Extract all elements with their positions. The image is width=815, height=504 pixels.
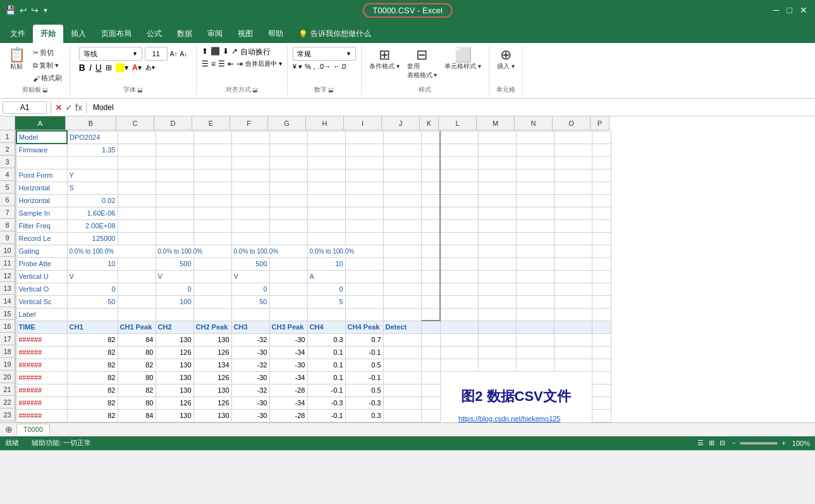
cell-a15[interactable]: Label bbox=[16, 308, 67, 321]
cell-j1[interactable] bbox=[383, 131, 421, 144]
cell-f16[interactable]: CH3 bbox=[231, 321, 269, 333]
cell-e23[interactable]: 130 bbox=[193, 409, 231, 422]
save-icon[interactable]: 💾 bbox=[5, 5, 16, 15]
cell-e11[interactable] bbox=[193, 257, 231, 270]
redo-icon[interactable]: ↪ bbox=[31, 5, 39, 15]
col-header-a[interactable]: A bbox=[15, 116, 66, 130]
cell-b19[interactable]: 82 bbox=[67, 359, 118, 371]
cell-m11[interactable] bbox=[478, 257, 516, 270]
cell-f6[interactable] bbox=[231, 194, 269, 207]
cell-n12[interactable] bbox=[516, 270, 554, 283]
cell-i4[interactable] bbox=[345, 169, 383, 181]
cell-k17[interactable] bbox=[421, 333, 440, 346]
cell-b8[interactable]: 2.00E+08 bbox=[67, 219, 118, 232]
tab-file[interactable]: 文件 bbox=[3, 25, 33, 43]
cell-d15[interactable] bbox=[156, 308, 193, 321]
confirm-formula-icon[interactable]: ✓ bbox=[65, 102, 73, 113]
cell-a21[interactable]: ###### bbox=[16, 384, 67, 396]
cell-m3[interactable] bbox=[478, 156, 516, 169]
cell-o13[interactable] bbox=[554, 283, 592, 295]
cell-p13[interactable] bbox=[592, 283, 611, 295]
cell-h9[interactable] bbox=[307, 232, 345, 245]
cell-l14[interactable] bbox=[440, 295, 478, 308]
sheet-tab-t0000[interactable]: T0000 bbox=[16, 424, 50, 435]
cell-h7[interactable] bbox=[307, 207, 345, 219]
cell-o11[interactable] bbox=[554, 257, 592, 270]
cell-d11[interactable]: 500 bbox=[156, 257, 193, 270]
cell-m18[interactable] bbox=[478, 346, 516, 359]
cell-l15[interactable] bbox=[440, 308, 478, 321]
cell-l6[interactable] bbox=[440, 194, 478, 207]
cell-l4[interactable] bbox=[440, 169, 478, 181]
cell-i17[interactable]: 0.7 bbox=[345, 333, 383, 346]
cell-k11[interactable] bbox=[421, 257, 440, 270]
cell-j3[interactable] bbox=[383, 156, 421, 169]
cell-h10[interactable]: 0.0% to 100.0% bbox=[307, 245, 383, 257]
dropdown-icon[interactable]: ▼ bbox=[42, 7, 49, 14]
cell-e16[interactable]: CH2 Peak bbox=[193, 321, 231, 333]
cell-o16[interactable] bbox=[554, 321, 592, 333]
cell-m12[interactable] bbox=[478, 270, 516, 283]
cell-f1[interactable] bbox=[231, 131, 269, 144]
cell-j2[interactable] bbox=[383, 144, 421, 156]
cell-l2[interactable] bbox=[440, 144, 478, 156]
cell-i8[interactable] bbox=[345, 219, 383, 232]
col-header-b[interactable]: B bbox=[66, 116, 116, 130]
cell-a22[interactable]: ###### bbox=[16, 396, 67, 409]
cell-c14[interactable] bbox=[118, 295, 156, 308]
cell-i7[interactable] bbox=[345, 207, 383, 219]
cell-n10[interactable] bbox=[516, 245, 554, 257]
cell-m8[interactable] bbox=[478, 219, 516, 232]
cell-h8[interactable] bbox=[307, 219, 345, 232]
cell-k21[interactable] bbox=[421, 384, 440, 396]
zoom-increase-btn[interactable]: ＋ bbox=[780, 438, 787, 448]
cell-c21[interactable]: 82 bbox=[118, 384, 156, 396]
cell-f23[interactable]: -30 bbox=[231, 409, 269, 422]
cell-d2[interactable] bbox=[156, 144, 193, 156]
cell-p7[interactable] bbox=[592, 207, 611, 219]
cell-j17[interactable] bbox=[383, 333, 421, 346]
cell-o6[interactable] bbox=[554, 194, 592, 207]
italic-button[interactable]: I bbox=[89, 63, 92, 73]
cell-n13[interactable] bbox=[516, 283, 554, 295]
cell-g9[interactable] bbox=[269, 232, 307, 245]
cell-a14[interactable]: Vertical Sc bbox=[16, 295, 67, 308]
cell-e13[interactable] bbox=[193, 283, 231, 295]
merge-button[interactable]: 合并后居中 ▾ bbox=[245, 59, 282, 68]
paste-button[interactable]: 📋 粘贴 bbox=[5, 47, 28, 72]
cell-b3[interactable] bbox=[67, 156, 118, 169]
cell-k20[interactable] bbox=[421, 371, 440, 384]
row-header-22[interactable]: 22 bbox=[0, 396, 15, 409]
cell-k22[interactable] bbox=[421, 396, 440, 409]
fill-color-button[interactable]: ▾ bbox=[116, 63, 128, 73]
currency-icon[interactable]: ¥ ▾ bbox=[293, 63, 302, 71]
row-header-23[interactable]: 23 bbox=[0, 409, 15, 421]
cell-a1[interactable]: Model bbox=[16, 131, 67, 144]
cell-k15[interactable] bbox=[421, 308, 440, 321]
col-header-d[interactable]: D bbox=[154, 116, 192, 130]
cell-k9[interactable] bbox=[421, 232, 440, 245]
row-header-20[interactable]: 20 bbox=[0, 371, 15, 383]
cell-i14[interactable] bbox=[345, 295, 383, 308]
tab-review[interactable]: 审阅 bbox=[200, 25, 230, 43]
cell-d6[interactable] bbox=[156, 194, 193, 207]
col-header-e[interactable]: E bbox=[192, 116, 230, 130]
cell-p6[interactable] bbox=[592, 194, 611, 207]
cell-m15[interactable] bbox=[478, 308, 516, 321]
cell-b4[interactable]: Y bbox=[67, 169, 118, 181]
cell-l5[interactable] bbox=[440, 181, 478, 194]
decimal-decrease-icon[interactable]: ←.0 bbox=[333, 63, 346, 71]
cell-e18[interactable]: 126 bbox=[193, 346, 231, 359]
cell-o7[interactable] bbox=[554, 207, 592, 219]
cell-i23[interactable]: 0.3 bbox=[345, 409, 383, 422]
cell-d5[interactable] bbox=[156, 181, 193, 194]
cell-c12[interactable] bbox=[118, 270, 156, 283]
font-color-button[interactable]: A▾ bbox=[132, 63, 142, 72]
cell-g1[interactable] bbox=[269, 131, 307, 144]
cell-j7[interactable] bbox=[383, 207, 421, 219]
cell-o3[interactable] bbox=[554, 156, 592, 169]
cell-n11[interactable] bbox=[516, 257, 554, 270]
cell-m19[interactable] bbox=[478, 359, 516, 371]
cell-o17[interactable] bbox=[554, 333, 592, 346]
cell-c8[interactable] bbox=[118, 219, 156, 232]
